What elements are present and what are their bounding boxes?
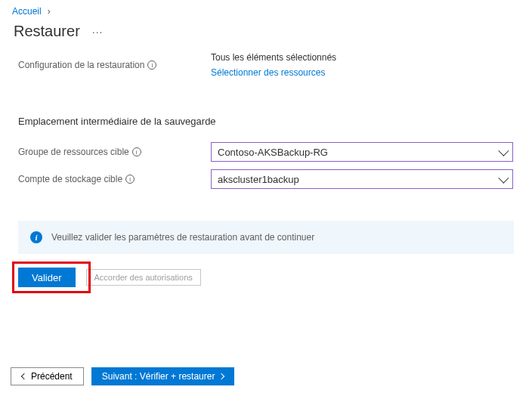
resource-group-select[interactable]: Contoso-AKSBackup-RG	[211, 142, 513, 162]
staging-section-title: Emplacement intermédiaire de la sauvegar…	[18, 116, 514, 127]
previous-button-label: Précédent	[31, 371, 73, 382]
breadcrumb-home[interactable]: Accueil	[12, 6, 42, 17]
next-button-label: Suivant : Vérifier + restaurer	[102, 371, 215, 382]
storage-account-select[interactable]: akscluster1backup	[211, 169, 513, 189]
breadcrumb: Accueil ›	[0, 0, 532, 20]
chevron-right-icon: ›	[48, 6, 51, 17]
storage-account-row: Compte de stockage cible i akscluster1ba…	[18, 169, 514, 189]
resource-group-row: Groupe de ressources cible i Contoso-AKS…	[18, 142, 514, 162]
restore-config-value: Tous les éléments sélectionnés	[211, 52, 514, 63]
info-icon[interactable]: i	[125, 175, 135, 184]
resource-group-value: Contoso-AKSBackup-RG	[218, 147, 328, 158]
resource-group-label: Groupe de ressources cible i	[18, 147, 211, 157]
more-icon[interactable]: ···	[92, 26, 104, 38]
storage-account-label-text: Compte de stockage cible	[18, 174, 122, 184]
storage-account-label: Compte de stockage cible i	[18, 174, 211, 184]
resource-group-label-text: Groupe de ressources cible	[18, 147, 129, 157]
info-icon[interactable]: i	[132, 147, 141, 156]
info-icon: i	[30, 231, 42, 243]
storage-account-value: akscluster1backup	[218, 174, 299, 185]
page-header: Restaurer ···	[0, 20, 532, 52]
info-icon[interactable]: i	[147, 60, 156, 70]
grant-permissions-button: Accorder des autorisations	[86, 269, 201, 286]
chevron-down-icon	[498, 173, 509, 184]
chevron-right-icon	[218, 373, 224, 379]
previous-button[interactable]: Précédent	[11, 367, 84, 385]
validate-row: Valider Accorder des autorisations	[18, 268, 514, 287]
restore-config-label-text: Configuration de la restauration	[18, 60, 144, 70]
next-button[interactable]: Suivant : Vérifier + restaurer	[91, 367, 235, 385]
select-resources-link[interactable]: Sélectionner des ressources	[211, 67, 514, 78]
validation-banner: i Veuillez valider les paramètres de res…	[18, 221, 514, 254]
restore-config-label: Configuration de la restauration i	[18, 60, 211, 70]
validation-banner-text: Veuillez valider les paramètres de resta…	[51, 232, 314, 243]
chevron-down-icon	[498, 146, 509, 156]
wizard-footer: Précédent Suivant : Vérifier + restaurer	[11, 367, 234, 385]
restore-config-row: Configuration de la restauration i Tous …	[18, 52, 514, 78]
chevron-left-icon	[21, 373, 27, 379]
page-title: Restaurer	[14, 23, 80, 40]
validate-button[interactable]: Valider	[18, 268, 76, 287]
